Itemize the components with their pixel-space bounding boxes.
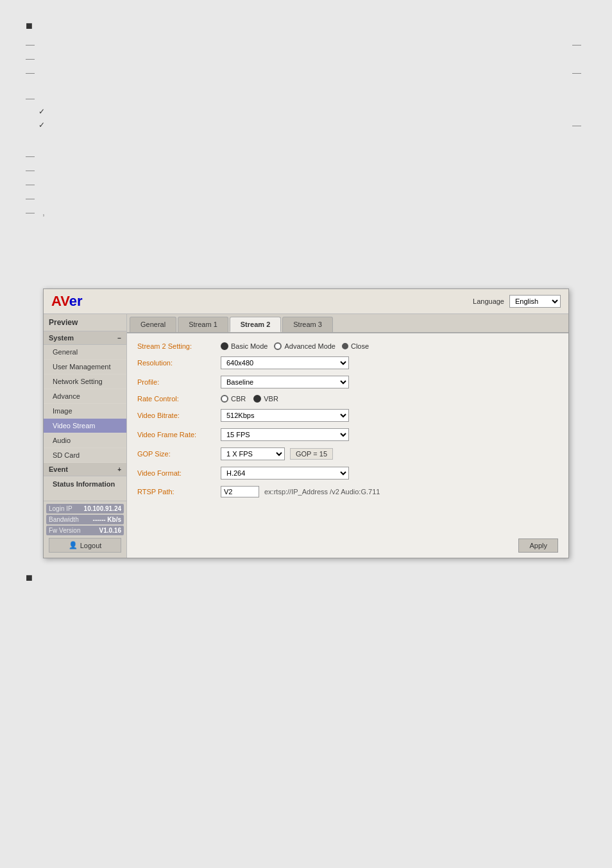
radio-basic-mode-label: Basic Mode bbox=[231, 342, 268, 350]
rtsp-path-label: RTSP Path: bbox=[137, 488, 221, 496]
apply-row: Apply bbox=[127, 533, 568, 558]
page-wrapper: ■ — — — — — — ✓ ✓ — — — bbox=[0, 0, 612, 868]
language-select[interactable]: English bbox=[509, 295, 561, 308]
system-collapse-icon: − bbox=[117, 335, 121, 342]
profile-row: Profile: Baseline bbox=[137, 376, 558, 388]
video-framerate-control: 15 FPS bbox=[221, 428, 558, 441]
doc-bullet-bottom: ■ bbox=[26, 571, 586, 585]
sidebar-item-sd-card[interactable]: SD Card bbox=[44, 448, 126, 463]
sidebar-item-video-stream[interactable]: Video Stream bbox=[44, 419, 126, 433]
radio-cbr-label: CBR bbox=[231, 395, 246, 403]
radio-cbr-indicator bbox=[221, 395, 228, 403]
sidebar: Preview System − General User Management… bbox=[44, 314, 127, 558]
video-format-select[interactable]: H.264 bbox=[221, 467, 349, 480]
gop-size-row: GOP Size: 1 X FPS GOP = 15 bbox=[137, 447, 558, 460]
logo-er: er bbox=[69, 293, 83, 309]
dash-10: — bbox=[26, 193, 35, 203]
language-section: Language English bbox=[473, 295, 561, 308]
video-bitrate-control: 512Kbps bbox=[221, 409, 558, 422]
doc-line-3: — — bbox=[26, 67, 586, 78]
doc-bullet-top: ■ bbox=[26, 19, 586, 33]
form-area: Stream 2 Setting: Basic Mode Advanced Mo… bbox=[127, 333, 568, 533]
header-bar: AVer Language English bbox=[44, 289, 568, 314]
check-1: ✓ bbox=[38, 107, 45, 116]
rtsp-path-input[interactable] bbox=[221, 486, 259, 497]
sidebar-item-general[interactable]: General bbox=[44, 345, 126, 360]
profile-select[interactable]: Baseline bbox=[221, 376, 349, 388]
doc-line-7: — bbox=[26, 151, 586, 161]
dash-8: — bbox=[26, 165, 35, 175]
doc-line-1: — — bbox=[26, 39, 586, 49]
resolution-row: Resolution: 640x480 bbox=[137, 356, 558, 369]
dash-11: — bbox=[26, 207, 35, 217]
event-expand-icon: + bbox=[117, 466, 121, 473]
rate-control-label: Rate Control: bbox=[137, 395, 221, 403]
comma-mark: , bbox=[42, 207, 45, 217]
dash-4: — bbox=[26, 93, 35, 103]
rate-control-group: CBR VBR bbox=[221, 395, 558, 403]
fw-version-label: Fw Version bbox=[49, 527, 80, 534]
doc-area-bottom: ■ bbox=[0, 565, 612, 597]
rtsp-path-row: RTSP Path: ex:rtsp://IP_Address /v2 Audi… bbox=[137, 486, 558, 497]
apply-button[interactable]: Apply bbox=[518, 538, 558, 553]
tab-general[interactable]: General bbox=[130, 317, 176, 332]
event-label: Event bbox=[49, 465, 68, 473]
doc-line-9: — bbox=[26, 179, 586, 189]
resolution-select[interactable]: 640x480 bbox=[221, 356, 349, 369]
video-format-control: H.264 bbox=[221, 467, 558, 480]
sidebar-preview[interactable]: Preview bbox=[44, 314, 126, 331]
radio-advanced-mode-indicator bbox=[274, 342, 282, 350]
radio-advanced-mode[interactable]: Advanced Mode bbox=[274, 342, 336, 350]
radio-cbr[interactable]: CBR bbox=[221, 395, 246, 403]
sidebar-item-advance[interactable]: Advance bbox=[44, 389, 126, 404]
tab-stream3[interactable]: Stream 3 bbox=[282, 317, 333, 332]
radio-close-label: Close bbox=[351, 342, 369, 350]
tabs-bar: General Stream 1 Stream 2 Stream 3 bbox=[127, 314, 568, 333]
fw-version-value: V1.0.16 bbox=[99, 527, 121, 534]
sidebar-status-information[interactable]: Status Information bbox=[44, 476, 126, 492]
user-icon: 👤 bbox=[69, 541, 78, 549]
doc-line-8: — bbox=[26, 165, 586, 175]
dash-6b: — bbox=[572, 120, 581, 130]
login-ip-value: 10.100.91.24 bbox=[84, 505, 121, 512]
sidebar-item-image[interactable]: Image bbox=[44, 404, 126, 419]
dash-2: — bbox=[26, 53, 35, 63]
ui-panel: AVer Language English Preview System − G… bbox=[43, 288, 569, 558]
logo-av: AV bbox=[51, 293, 69, 309]
radio-vbr[interactable]: VBR bbox=[253, 395, 278, 403]
tab-stream1[interactable]: Stream 1 bbox=[178, 317, 228, 332]
sidebar-system-header[interactable]: System − bbox=[44, 331, 126, 345]
video-framerate-label: Video Frame Rate: bbox=[137, 431, 221, 438]
tab-stream2[interactable]: Stream 2 bbox=[230, 317, 281, 332]
video-format-row: Video Format: H.264 bbox=[137, 467, 558, 480]
rtsp-path-control: ex:rtsp://IP_Address /v2 Audio:G.711 bbox=[221, 486, 558, 497]
video-bitrate-select[interactable]: 512Kbps bbox=[221, 409, 349, 422]
video-bitrate-label: Video Bitrate: bbox=[137, 412, 221, 419]
gop-size-label: GOP Size: bbox=[137, 450, 221, 458]
main-layout: Preview System − General User Management… bbox=[44, 314, 568, 558]
doc-line-11: — , bbox=[26, 207, 586, 217]
stream-setting-label: Stream 2 Setting: bbox=[137, 342, 221, 350]
sidebar-event-header[interactable]: Event + bbox=[44, 463, 126, 476]
profile-label: Profile: bbox=[137, 378, 221, 386]
footer-bandwidth: Bandwidth ------ Kb/s bbox=[46, 515, 124, 524]
radio-vbr-indicator bbox=[253, 395, 261, 403]
doc-line-2: — bbox=[26, 53, 586, 63]
doc-line-10: — bbox=[26, 193, 586, 203]
rate-control-row: Rate Control: CBR VBR bbox=[137, 395, 558, 403]
radio-basic-mode[interactable]: Basic Mode bbox=[221, 342, 268, 350]
radio-advanced-mode-label: Advanced Mode bbox=[284, 342, 336, 350]
sidebar-item-user-management[interactable]: User Management bbox=[44, 360, 126, 374]
logout-button[interactable]: 👤 Logout bbox=[49, 538, 121, 553]
radio-basic-mode-indicator bbox=[221, 342, 228, 350]
sidebar-item-network-setting[interactable]: Network Setting bbox=[44, 374, 126, 389]
resolution-label: Resolution: bbox=[137, 359, 221, 367]
sidebar-item-audio[interactable]: Audio bbox=[44, 433, 126, 448]
dash-3b: — bbox=[572, 67, 581, 78]
doc-line-5: ✓ bbox=[38, 107, 586, 116]
dash-1b: — bbox=[572, 39, 581, 49]
gop-size-select[interactable]: 1 X FPS bbox=[221, 447, 285, 460]
video-framerate-select[interactable]: 15 FPS bbox=[221, 428, 349, 441]
radio-close[interactable]: Close bbox=[342, 342, 369, 350]
radio-close-indicator bbox=[342, 343, 348, 349]
